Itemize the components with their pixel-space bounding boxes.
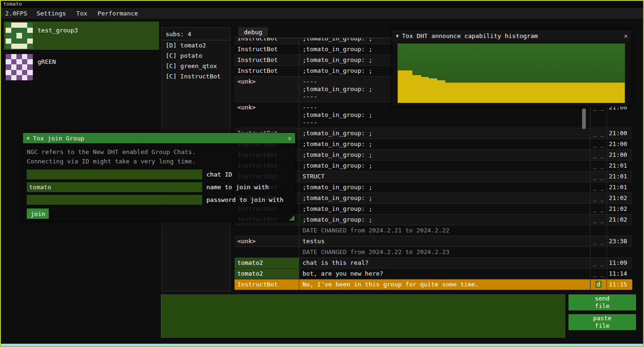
avatar-cell	[6, 59, 11, 64]
message-text: No, I've been in this group for quite so…	[299, 279, 590, 290]
avatar-cell	[27, 54, 33, 59]
collapse-icon[interactable]: ▼	[27, 136, 30, 141]
avatar-cell	[6, 64, 11, 69]
send-file-button[interactable]: send file	[568, 294, 636, 310]
message-flags: _ _	[590, 258, 606, 268]
join-title-bar[interactable]: ▼ Tox join Group ✕	[23, 133, 295, 143]
avatar-cell	[11, 23, 17, 28]
message-author: InstructBot	[235, 55, 299, 65]
message-flags: _ _	[590, 269, 606, 279]
message-row: tomato2 chat is this real? _ _ 11:09	[235, 258, 632, 269]
avatar-cell	[22, 39, 28, 44]
message-text: STRUCT	[299, 171, 590, 182]
message-flag-text: _ _	[593, 151, 604, 158]
avatar-cell	[16, 23, 22, 28]
member-item[interactable]: [C] InstructBot	[162, 71, 230, 82]
join-group-window: ▼ Tox join Group ✕ NGC refers to the New…	[23, 132, 295, 222]
join-field: name to join with	[27, 182, 291, 192]
histogram-bar	[437, 80, 445, 103]
message-author: tomato2	[235, 258, 299, 268]
avatar-cell	[22, 75, 28, 80]
join-field-label: name to join with	[206, 184, 269, 191]
message-author: InstructBot	[235, 44, 299, 54]
avatar-cell	[22, 59, 28, 64]
resize-grip-icon[interactable]	[289, 215, 295, 221]
message-author: <unk>	[235, 102, 299, 128]
avatar-cell	[6, 39, 11, 44]
message-flag-text: _ _	[593, 184, 604, 191]
menu-item-performance[interactable]: Performance	[92, 8, 143, 19]
join-body: NGC refers to the New DHT enabled Group …	[23, 143, 295, 219]
histogram-plot	[397, 43, 625, 103]
message-flags: d	[590, 279, 606, 290]
collapse-icon[interactable]: ▼	[396, 33, 399, 39]
avatar-cell	[27, 33, 33, 38]
avatar-cell	[16, 70, 22, 75]
close-icon[interactable]: ✕	[624, 32, 628, 39]
join-button[interactable]: join	[27, 208, 49, 219]
tab-debug[interactable]: debug	[238, 27, 268, 37]
join-info-text: NGC refers to the New DHT enabled Group …	[27, 147, 291, 166]
join-field-input-1[interactable]	[27, 182, 202, 192]
group-item-green[interactable]: gREEN	[4, 53, 159, 81]
message-author	[235, 225, 299, 236]
message-flags: _ _	[590, 193, 606, 203]
avatar-cell	[22, 28, 28, 33]
menu-item-settings[interactable]: Settings	[31, 8, 71, 19]
avatar-cell	[22, 33, 28, 38]
member-item[interactable]: [C] potato	[162, 51, 230, 61]
title-bar[interactable]: tomato	[1, 1, 643, 8]
message-text: DATE CHANGED from 2024.2.21 to 2024.2.22	[299, 225, 590, 236]
message-flags: _ _	[590, 171, 606, 182]
message-time: 11:15	[606, 279, 632, 290]
member-item[interactable]: [D] tomato2	[162, 40, 230, 51]
message-author: tomato2	[235, 269, 299, 279]
avatar-cell	[6, 23, 11, 28]
histogram-bar	[429, 78, 437, 103]
avatar-cell	[27, 59, 33, 64]
paste-file-button[interactable]: paste file	[568, 314, 636, 330]
menu-item-tox[interactable]: Tox	[71, 8, 92, 19]
message-text: testus	[299, 236, 590, 247]
member-item[interactable]: [C] green_qtox	[162, 61, 230, 71]
histogram-bar	[412, 75, 421, 103]
avatar-cell	[22, 23, 28, 28]
avatar-cell	[27, 75, 33, 80]
avatar-cell	[16, 75, 22, 80]
message-flag-text: _ _	[593, 205, 604, 212]
avatar-cell	[11, 33, 17, 38]
message-flag-text: _ _	[593, 173, 604, 180]
avatar-cell	[6, 70, 11, 75]
message-time	[606, 247, 632, 257]
message-time: 21:01	[606, 161, 632, 171]
message-flags: _ _	[590, 182, 606, 193]
message-text: DATE CHANGED from 2024.2.22 to 2024.2.23	[299, 247, 590, 257]
message-text: ;tomato_in_group: ;	[299, 215, 590, 225]
message-text: ;tomato_in_group: ;	[299, 139, 590, 149]
join-field-input-2[interactable]	[27, 195, 202, 205]
close-icon[interactable]: ✕	[288, 135, 291, 142]
message-author: InstructBot	[235, 66, 299, 76]
avatar-cell	[11, 59, 17, 64]
join-field: password to join with	[27, 195, 291, 205]
message-flags: _ _	[590, 204, 606, 214]
histogram-bars	[398, 44, 625, 103]
join-field-input-0[interactable]	[27, 170, 202, 179]
message-flags: _ _	[590, 139, 606, 149]
message-input[interactable]	[161, 294, 565, 338]
avatar-cell	[6, 28, 11, 33]
avatar-cell	[6, 75, 11, 80]
avatar-cell	[11, 54, 17, 59]
histogram-title-bar[interactable]: ▼ Tox DHT announce capability histogram …	[392, 30, 631, 42]
avatar-cell	[16, 59, 22, 64]
message-time: 11:14	[606, 269, 632, 279]
member-list: [D] tomato2[C] potato[C] green_qtox[C] I…	[162, 40, 230, 82]
message-time: 21:01	[606, 171, 632, 182]
message-author	[235, 247, 299, 257]
group-item-test-group3[interactable]: test_group3	[4, 22, 159, 50]
chat-scrollbar[interactable]	[582, 108, 586, 129]
avatar-cell	[22, 54, 28, 59]
message-time: 21:00	[606, 128, 632, 139]
avatar-cell	[16, 54, 22, 59]
message-row: DATE CHANGED from 2024.2.22 to 2024.2.23	[235, 247, 632, 258]
